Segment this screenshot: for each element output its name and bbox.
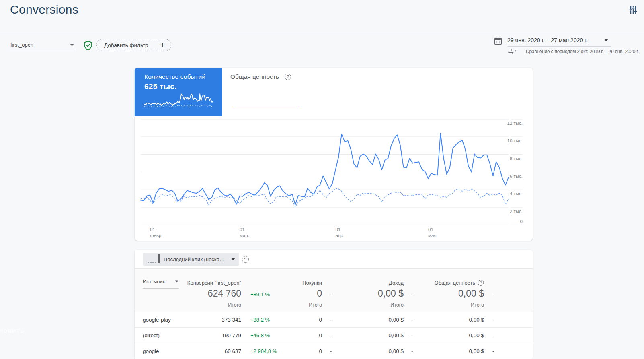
column-header-revenue[interactable]: Доход <box>389 280 404 286</box>
dimension-select[interactable]: Источник <box>143 279 179 289</box>
event-count-sparkline <box>143 92 215 111</box>
tab-event-count[interactable]: Количество событий 625 тыс. <box>135 68 222 116</box>
svg-text:апр.: апр. <box>335 233 344 238</box>
svg-text:4 тыс.: 4 тыс. <box>510 191 523 196</box>
row-source: (direct) <box>143 332 160 338</box>
row-purchases_delta: - <box>330 348 332 354</box>
row-total_value: 0,00 $ <box>469 348 484 354</box>
totals-label: Итого <box>471 302 484 308</box>
help-circle-icon: ? <box>478 280 484 286</box>
ghost-refresh-button[interactable]: ОБНОВИТЬ <box>0 328 24 334</box>
svg-text:6 тыс.: 6 тыс. <box>510 174 523 179</box>
chevron-down-icon <box>231 258 235 260</box>
tab-event-count-label: Количество событий <box>144 73 205 80</box>
add-filter-button[interactable]: Добавить фильтр + <box>96 39 171 51</box>
row-conversions_delta: +2 904,8 % <box>250 348 277 354</box>
row-revenue: 0,00 $ <box>388 332 404 338</box>
help-circle-icon[interactable]: ? <box>242 256 249 263</box>
total-purchases: 0 <box>317 288 322 299</box>
table-row[interactable]: google-play373 341+88,2 %0-0,00 $-0,00 $… <box>135 312 533 328</box>
row-conversions_delta: +88,2 % <box>250 317 270 323</box>
column-header-total-value[interactable]: Общая ценность ? <box>435 280 484 286</box>
row-total_value_delta: - <box>492 332 494 338</box>
svg-text:8 тыс.: 8 тыс. <box>510 156 523 161</box>
page-title: Conversions <box>10 3 78 17</box>
comparison-period-text: Сравнение с периодом 2 окт. 2019 г. – 29… <box>526 49 639 54</box>
table-header-zone: Источник Конверсии "first_open" Покупки … <box>135 269 533 312</box>
row-purchases_delta: - <box>330 332 332 338</box>
timeseries-card: Количество событий 625 тыс. Общая ценнос… <box>135 68 533 241</box>
attribution-model-value: Последний клик (неско… <box>164 256 225 262</box>
svg-text:01: 01 <box>335 227 340 232</box>
row-conversions_delta: +46,8 % <box>250 332 270 338</box>
compare-arrows-icon <box>508 49 515 54</box>
row-conversions: 373 341 <box>222 317 241 323</box>
calendar-icon <box>493 36 503 46</box>
table-row[interactable]: (direct)190 779+46,8 %0-0,00 $-0,00 $- <box>135 328 533 343</box>
column-header-purchases[interactable]: Покупки <box>302 280 322 286</box>
table-row[interactable]: google60 637+2 904,8 %0-0,00 $-0,00 $- <box>135 343 533 359</box>
total-revenue: 0,00 $ <box>378 288 404 299</box>
dimension-select-value: Источник <box>143 279 165 285</box>
row-purchases: 0 <box>319 348 322 354</box>
row-purchases: 0 <box>319 332 322 338</box>
row-conversions: 190 779 <box>222 332 241 338</box>
tab-total-value[interactable]: Общая ценность ? <box>222 68 318 116</box>
row-revenue: 0,00 $ <box>388 348 404 354</box>
tab-total-value-label: Общая ценность ? <box>230 73 291 80</box>
row-purchases: 0 <box>319 317 322 323</box>
totals-label: Итого <box>228 302 241 308</box>
header-divider <box>0 33 644 33</box>
chevron-down-icon <box>70 44 74 46</box>
svg-text:мар.: мар. <box>240 233 249 238</box>
row-source: google-play <box>143 317 171 323</box>
row-revenue_delta: - <box>411 332 413 338</box>
svg-text:мая: мая <box>428 233 437 238</box>
plus-icon: + <box>160 41 165 49</box>
totals-label: Итого <box>309 302 322 308</box>
row-revenue_delta: - <box>411 317 413 323</box>
row-total_value: 0,00 $ <box>469 317 484 323</box>
row-conversions: 60 637 <box>225 348 241 354</box>
date-range-chevron-icon[interactable] <box>604 39 608 41</box>
svg-text:2 тыс.: 2 тыс. <box>510 209 523 214</box>
row-revenue: 0,00 $ <box>388 317 404 323</box>
row-total_value: 0,00 $ <box>469 332 484 338</box>
last-click-attribution-icon <box>148 254 160 264</box>
total-value-flat-sparkline <box>232 107 298 107</box>
totals-label: Итого <box>390 302 404 308</box>
total-conversions: 624 760 <box>208 288 241 299</box>
svg-text:01: 01 <box>240 227 245 232</box>
customize-report-button[interactable] <box>629 6 637 14</box>
event-select[interactable]: first_open <box>10 39 76 51</box>
row-purchases_delta: - <box>330 317 332 323</box>
svg-text:10 тыс.: 10 тыс. <box>507 138 523 143</box>
row-total_value_delta: - <box>492 348 494 354</box>
attribution-model-select[interactable]: Последний клик (неско… <box>143 253 239 266</box>
svg-text:01: 01 <box>428 227 433 232</box>
chevron-down-icon <box>175 281 178 283</box>
date-range-selector[interactable]: 29 янв. 2020 г. – 27 мая 2020 г. <box>507 37 611 47</box>
add-filter-label: Добавить фильтр <box>104 42 148 48</box>
svg-text:12 тыс.: 12 тыс. <box>507 121 523 126</box>
svg-text:01: 01 <box>150 227 155 232</box>
date-range-value: 29 янв. 2020 г. – 27 мая 2020 г. <box>507 37 587 43</box>
column-header-conversions[interactable]: Конверсии "first_open" <box>187 280 241 286</box>
svg-text:февр.: февр. <box>150 233 163 238</box>
verified-shield-icon <box>83 40 93 51</box>
svg-text:0: 0 <box>520 219 523 224</box>
event-select-value: first_open <box>10 42 33 48</box>
sources-table-card: Последний клик (неско… ? Источник Конвер… <box>135 250 533 359</box>
row-revenue_delta: - <box>411 348 413 354</box>
conversions-line-chart[interactable]: 12 тыс.10 тыс.8 тыс.6 тыс.4 тыс.2 тыс.00… <box>135 116 533 241</box>
tune-icon <box>629 6 637 14</box>
total-revenue-delta: - <box>411 291 413 297</box>
total-total-value-delta: - <box>492 291 494 297</box>
attribution-toolbar: Последний клик (неско… ? <box>135 250 533 269</box>
row-total_value_delta: - <box>492 317 494 323</box>
total-purchases-delta: - <box>330 291 332 297</box>
total-conversions-delta: +89,1 % <box>250 291 270 297</box>
tab-event-count-value: 625 тыс. <box>144 82 177 91</box>
row-source: google <box>143 348 159 354</box>
help-circle-icon: ? <box>285 74 291 80</box>
